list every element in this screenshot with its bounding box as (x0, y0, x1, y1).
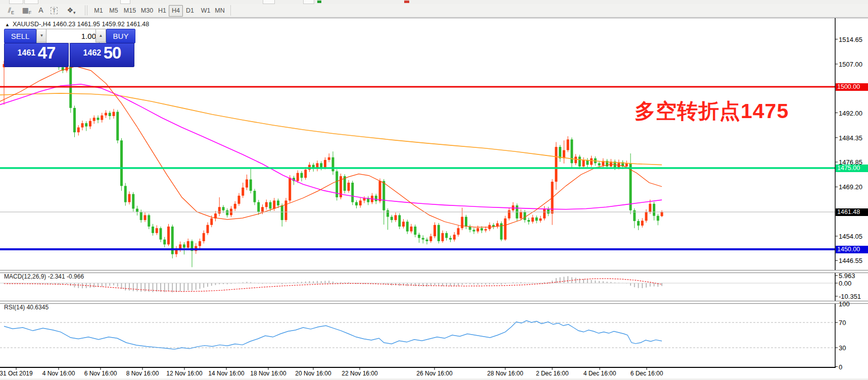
date-tick-label: 22 Nov 16:00 (342, 370, 377, 377)
rsi-indicator-label: RSI(14) 40.6345 (4, 304, 49, 311)
date-tick-label: 12 Nov 16:00 (166, 370, 202, 377)
lot-size-input[interactable] (46, 29, 100, 43)
chart-annotation-text: 多空转折点1475 (635, 97, 789, 125)
buy-price-button[interactable]: 1462 50 (70, 43, 134, 67)
buy-button[interactable]: BUY (106, 29, 135, 43)
trade-panel-top-row: SELL ▼ ▲ BUY (4, 29, 134, 43)
macd-histogram-layer (4, 276, 662, 292)
date-tick-label: 4 Nov 16:00 (42, 370, 75, 377)
price-badge: 1450.00 (836, 246, 868, 253)
sell-price-pips: 47 (38, 43, 56, 62)
price-badge: 1500.00 (836, 83, 868, 91)
lot-decrease-button[interactable]: ▼ (36, 29, 47, 42)
macd-tick-label: 0.00 (839, 280, 851, 287)
time-axis-line (0, 367, 836, 368)
macd-tick-label: 5.963 (839, 272, 855, 280)
price-badge: 1461.48 (836, 208, 868, 216)
pane-separator[interactable] (0, 301, 868, 304)
date-tick-label: 6 Dec 16:00 (631, 370, 663, 377)
buy-price-main: 1462 (83, 48, 102, 57)
date-tick-label: 6 Nov 16:00 (84, 370, 117, 377)
price-badge: 1475.00 (836, 165, 868, 172)
date-tick-label: 4 Dec 16:00 (584, 370, 616, 377)
date-tick-label: 28 Nov 16:00 (487, 370, 523, 377)
pane-separator[interactable] (0, 270, 868, 273)
macd-tick-label: -10.351 (839, 293, 861, 300)
price-tick-label: 1492.00 (839, 110, 862, 117)
price-tick-label: 1484.35 (839, 134, 862, 142)
date-tick-label: 2 Dec 16:00 (536, 370, 569, 377)
symbol-ohlc-bar: ▲XAUUSD-,H4 1460.23 1461.95 1459.92 1461… (5, 21, 149, 28)
rsi-tick-label: 100 (839, 300, 850, 308)
collapse-arrow-icon[interactable]: ▲ (5, 22, 10, 27)
candles-layer (3, 39, 663, 267)
price-tick-label: 1454.05 (839, 233, 862, 240)
date-tick-label: 14 Nov 16:00 (208, 370, 244, 377)
price-tick-label: 1514.65 (839, 36, 862, 43)
lot-increase-button[interactable]: ▲ (95, 29, 106, 42)
macd-indicator-label: MACD(12,26,9) -2.341 -0.966 (4, 273, 84, 280)
sell-button[interactable]: SELL (4, 29, 36, 43)
date-tick-label: 26 Nov 16:00 (416, 370, 452, 377)
price-tick-label: 1446.55 (839, 257, 862, 264)
rsi-tick-label: 70 (839, 319, 846, 327)
price-tick-label: 1507.00 (839, 61, 862, 68)
date-tick-label: 18 Nov 16:00 (250, 370, 286, 377)
rsi-tick-label: 0 (839, 363, 842, 371)
date-tick-label: 8 Nov 16:00 (126, 370, 159, 377)
price-tick-label: 1469.20 (839, 183, 862, 191)
buy-price-pips: 50 (104, 43, 121, 62)
symbol-ohlc-text: XAUUSD-,H4 1460.23 1461.95 1459.92 1461.… (13, 21, 149, 28)
date-tick-label: 20 Nov 16:00 (295, 370, 331, 377)
sell-price-main: 1461 (18, 48, 36, 57)
sell-price-button[interactable]: 1461 47 (4, 43, 69, 67)
one-click-trading-panel: SELL ▼ ▲ BUY 1461 47 1462 50 (4, 29, 134, 66)
date-tick-label: 31 Oct 2019 (0, 370, 33, 377)
rsi-tick-label: 30 (839, 344, 846, 352)
